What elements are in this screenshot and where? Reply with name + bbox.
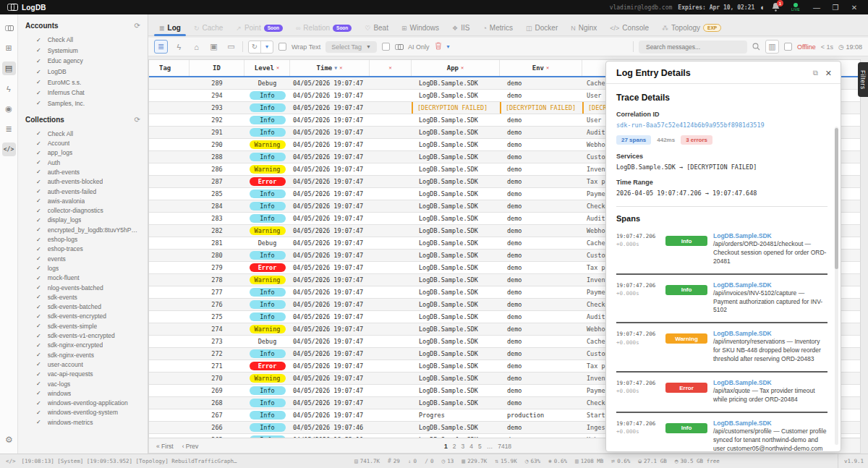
span-service-link[interactable]: LogDB.Sample.SDK: [713, 379, 827, 386]
apps-grid-icon[interactable]: ⊞: [2, 41, 16, 55]
column-header-id[interactable]: ID: [190, 60, 244, 76]
collection-item[interactable]: ✓awis-avalonia: [25, 196, 140, 205]
sort-desc-icon[interactable]: ▼: [334, 65, 337, 71]
offline-checkbox[interactable]: [784, 43, 792, 51]
collection-item[interactable]: ✓Account: [25, 138, 140, 148]
collection-item[interactable]: ✓vac-logs: [25, 379, 140, 388]
refresh-caret-icon[interactable]: ▾: [260, 41, 273, 53]
page-button[interactable]: 7418: [498, 443, 511, 450]
tab-beat[interactable]: ♡Beat: [358, 20, 395, 35]
collection-item[interactable]: ✓sdk-events-encrypted: [25, 312, 140, 321]
filters-tab[interactable]: Filters: [858, 62, 868, 97]
account-item[interactable]: ✓Infernus Chat: [25, 88, 140, 98]
collection-item[interactable]: ✓sdk-events-batched: [25, 302, 140, 312]
panel-scrollbar-thumb[interactable]: [835, 128, 838, 269]
settings-gear-icon[interactable]: ⚙: [0, 435, 18, 445]
view-list-button[interactable]: ≣: [154, 40, 168, 54]
ai-only-checkbox[interactable]: [382, 43, 390, 51]
account-item[interactable]: ✓Educ agency: [25, 56, 140, 67]
span-service-link[interactable]: LogDB.Sample.SDK: [713, 330, 827, 337]
collection-item[interactable]: ✓windows-eventlog-application: [25, 398, 140, 407]
correlation-id-link[interactable]: sdk-run-8aa57c52e4124b6b9a955bf8981d3519: [616, 122, 827, 129]
tab-cache[interactable]: ↻Cache: [187, 20, 229, 35]
trash-icon[interactable]: [435, 42, 442, 51]
collection-item[interactable]: ✓Check All: [25, 129, 140, 138]
column-header-env[interactable]: Env✕: [500, 60, 582, 76]
clear-filter-icon[interactable]: ✕: [339, 65, 342, 71]
clear-filter-icon[interactable]: ✕: [276, 65, 279, 71]
tab-nginx[interactable]: NNginx: [564, 20, 603, 35]
printer-button[interactable]: ▣: [208, 41, 220, 53]
collection-item[interactable]: ✓eshop-logs: [25, 234, 140, 244]
collection-item[interactable]: ✓windows-eventlog-system: [25, 408, 140, 417]
collection-item[interactable]: ✓display_logs: [25, 216, 140, 225]
collection-item[interactable]: ✓nlog-events-batched: [25, 283, 140, 292]
collection-item[interactable]: ✓auth-events-blocked: [25, 177, 140, 187]
minimize-button[interactable]: —: [810, 4, 823, 12]
collection-item[interactable]: ✓encrypted_by_logdb:8tuvY5hP0kubKwFBtSxD…: [25, 225, 140, 234]
collection-item[interactable]: ✓collector-diagnostics: [25, 206, 140, 216]
stack-icon[interactable]: ≣: [2, 122, 16, 136]
maximize-button[interactable]: ❐: [829, 4, 842, 12]
clear-filter-icon[interactable]: ✕: [388, 65, 391, 71]
live-indicator[interactable]: LIVE: [791, 3, 800, 12]
page-button[interactable]: 5: [478, 443, 482, 450]
column-header-time[interactable]: Time▼✕: [290, 60, 370, 76]
collection-item[interactable]: ✓sdk-nginx-events: [25, 350, 140, 359]
collection-item[interactable]: ✓logs: [25, 263, 140, 273]
tab-iis[interactable]: ❖IIS: [446, 20, 476, 35]
collection-item[interactable]: ✓vac-api-requests: [25, 370, 140, 379]
page-button[interactable]: 2: [453, 443, 456, 450]
collection-item[interactable]: ✓user-account: [25, 359, 140, 369]
columns-button[interactable]: ▥: [765, 40, 779, 54]
first-page-button[interactable]: « First: [156, 443, 174, 450]
account-item[interactable]: ✓EuroMC s.s.: [25, 77, 140, 88]
collection-item[interactable]: ✓auth-events-failed: [25, 187, 140, 196]
code-icon[interactable]: </>: [2, 142, 16, 156]
account-item[interactable]: ✓Check All: [25, 35, 140, 46]
copy-icon[interactable]: ⧉: [813, 69, 818, 77]
tab-metrics[interactable]: ◔Metrics: [476, 20, 519, 35]
collection-item[interactable]: ✓mock-fluent: [25, 273, 140, 283]
tab-docker[interactable]: ◫Docker: [519, 20, 564, 35]
tab-console[interactable]: </>Console: [603, 20, 655, 35]
fingerprint-icon[interactable]: ◉: [2, 102, 16, 116]
collection-item[interactable]: ✓sdk-nginx-encrypted: [25, 341, 140, 350]
clear-filter-icon[interactable]: ✕: [461, 65, 464, 71]
tab-topology[interactable]: ⁂TopologyEXP: [655, 20, 728, 35]
column-header-level[interactable]: Level✕: [244, 60, 290, 76]
search-box[interactable]: [639, 41, 747, 54]
collection-item[interactable]: ✓Auth: [25, 158, 140, 167]
column-header-app[interactable]: App✕: [412, 60, 500, 76]
select-tag-dropdown[interactable]: Select Tag ▼: [326, 41, 377, 53]
accounts-refresh-icon[interactable]: ⟳: [135, 22, 140, 30]
snapshot-button[interactable]: ▭: [225, 41, 237, 53]
collection-item[interactable]: ✓events: [25, 254, 140, 263]
bank-button[interactable]: ⌂: [190, 41, 203, 53]
collection-item[interactable]: ✓sdk-events-v1-encrypted: [25, 331, 140, 340]
search-icon[interactable]: [752, 41, 760, 54]
tab-windows[interactable]: ⊞Windows: [395, 20, 446, 35]
panel-scrollbar[interactable]: [835, 127, 838, 445]
collection-item[interactable]: ✓windows-metrics: [25, 417, 140, 427]
span-service-link[interactable]: LogDB.Sample.SDK: [713, 420, 827, 427]
page-button[interactable]: 3: [461, 443, 464, 450]
account-item[interactable]: ✓LogDB: [25, 67, 140, 77]
column-header-col4[interactable]: ✕: [370, 60, 412, 76]
account-item[interactable]: ✓Systemium: [25, 46, 140, 56]
span-service-link[interactable]: LogDB.Sample.SDK: [713, 232, 827, 239]
panel-close-icon[interactable]: ✕: [825, 69, 832, 78]
collection-item[interactable]: ✓eshop-traces: [25, 244, 140, 254]
logdb-mark-icon[interactable]: [2, 21, 16, 35]
database-icon[interactable]: ▤: [2, 61, 16, 75]
account-item[interactable]: ✓Samples, Inc.: [25, 98, 140, 109]
lightning-icon[interactable]: ϟ: [2, 82, 16, 95]
notifications-button[interactable]: 1: [771, 2, 781, 12]
page-button[interactable]: 4: [469, 443, 473, 450]
console-icon[interactable]: </>: [6, 458, 16, 464]
wrap-text-checkbox[interactable]: [278, 43, 286, 51]
collection-item[interactable]: ✓auth-events: [25, 167, 140, 176]
clear-filter-icon[interactable]: ✕: [546, 65, 549, 71]
collection-item[interactable]: ✓sdk-events: [25, 292, 140, 302]
refresh-split-button[interactable]: ↻ ▾: [248, 41, 273, 54]
